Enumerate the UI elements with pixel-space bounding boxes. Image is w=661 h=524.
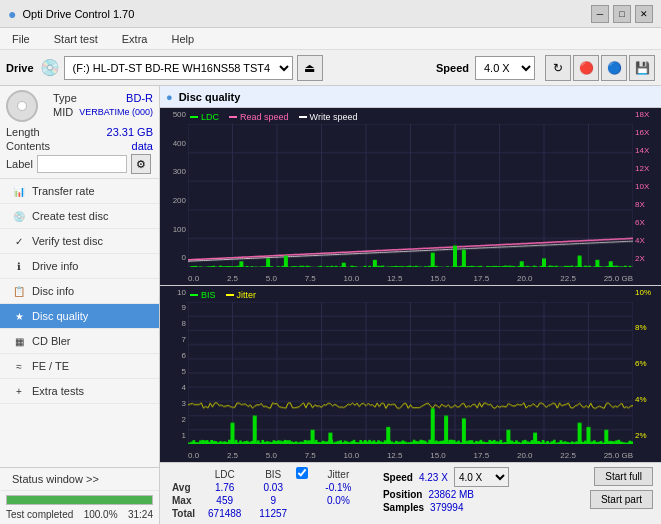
nav-drive-info[interactable]: ℹ Drive info [0, 254, 159, 279]
x2-0: 0.0 [188, 451, 199, 460]
label-button[interactable]: ⚙ [131, 154, 151, 174]
chart1-canvas [188, 124, 633, 267]
legend-ldc: LDC [190, 112, 219, 122]
y1-200: 200 [173, 196, 186, 205]
chart2-canvas [188, 302, 633, 445]
disc-type-row: Type BD-R [53, 92, 153, 104]
nav-transfer-rate[interactable]: 📊 Transfer rate [0, 179, 159, 204]
nav-verify-test-disc[interactable]: ✓ Verify test disc [0, 229, 159, 254]
start-full-button[interactable]: Start full [594, 467, 653, 486]
titlebar-left: ● Opti Drive Control 1.70 [8, 6, 134, 22]
disc-header: Type BD-R MID VERBATIMe (000) [6, 90, 153, 122]
position-label: Position [383, 489, 422, 500]
status-bottom: Test completed 100.0% 31:24 [0, 507, 159, 524]
maximize-button[interactable]: □ [613, 5, 631, 23]
yr1-6x: 6X [635, 218, 645, 227]
nav-fe-te-label: FE / TE [32, 360, 69, 372]
legend-bis-label: BIS [201, 290, 216, 300]
menu-file[interactable]: File [4, 31, 38, 47]
charts-container: LDC Read speed Write speed 500 400 30 [160, 108, 661, 462]
y2-7: 7 [182, 335, 186, 344]
status-window-button[interactable]: Status window >> [0, 468, 159, 491]
jitter-max: 0.0% [314, 494, 363, 507]
drive-select-container: 💿 (F:) HL-DT-ST BD-RE WH16NS58 TST4 ⏏ [40, 55, 430, 81]
stats-table: LDC BIS Jitter Avg 1.76 [168, 467, 363, 520]
settings-button1[interactable]: 🔴 [573, 55, 599, 81]
y2-4: 4 [182, 383, 186, 392]
status-progress-text: 100.0% [84, 509, 118, 520]
label-label: Label [6, 158, 33, 170]
save-button[interactable]: 💾 [629, 55, 655, 81]
titlebar: ● Opti Drive Control 1.70 ─ □ ✕ [0, 0, 661, 28]
x2-10: 10.0 [344, 451, 360, 460]
jitter-checkbox[interactable] [296, 467, 308, 479]
cd-bler-icon: ▦ [12, 334, 26, 348]
x1-7.5: 7.5 [305, 274, 316, 283]
left-panel: Type BD-R MID VERBATIMe (000) Length 23.… [0, 86, 160, 524]
nav-disc-info[interactable]: 📋 Disc info [0, 279, 159, 304]
settings-button2[interactable]: 🔵 [601, 55, 627, 81]
toolbar-icons: ↻ 🔴 🔵 💾 [545, 55, 655, 81]
bis-header: BIS [250, 467, 296, 481]
legend-read-speed: Read speed [229, 112, 289, 122]
nav-drive-info-label: Drive info [32, 260, 78, 272]
avg-row: Avg 1.76 0.03 -0.1% [168, 481, 363, 494]
samples-row: Samples 379994 [383, 502, 578, 513]
speed-label: Speed [436, 62, 469, 74]
legend-jitter-label: Jitter [237, 290, 257, 300]
chart2-legend: BIS Jitter [190, 290, 256, 300]
x1-22.5: 22.5 [560, 274, 576, 283]
drive-select[interactable]: (F:) HL-DT-ST BD-RE WH16NS58 TST4 [64, 56, 293, 80]
nav-disc-quality[interactable]: ★ Disc quality [0, 304, 159, 329]
close-button[interactable]: ✕ [635, 5, 653, 23]
speed-select[interactable]: 1.0 X 2.0 X 4.0 X 6.0 X 8.0 X [475, 56, 535, 80]
contents-value: data [132, 140, 153, 152]
charts-header: ● Disc quality [160, 86, 661, 108]
total-label: Total [168, 507, 199, 520]
total-row: Total 671488 11257 [168, 507, 363, 520]
nav-create-test-disc[interactable]: 💿 Create test disc [0, 204, 159, 229]
nav-extra-tests-label: Extra tests [32, 385, 84, 397]
x2-5: 5.0 [266, 451, 277, 460]
yr2-4: 4% [635, 395, 647, 404]
nav-extra-tests[interactable]: + Extra tests [0, 379, 159, 404]
chart2-y-axis-right: 10% 8% 6% 4% 2% [633, 286, 661, 443]
charts-icon: ● [166, 91, 173, 103]
nav-disc-quality-label: Disc quality [32, 310, 88, 322]
bottom-right: Start full Start part [590, 467, 653, 509]
max-row: Max 459 9 0.0% [168, 494, 363, 507]
menu-extra[interactable]: Extra [114, 31, 156, 47]
contents-label: Contents [6, 140, 50, 152]
ldc-header: LDC [199, 467, 250, 481]
x1-25: 25.0 GB [604, 274, 633, 283]
refresh-button[interactable]: ↻ [545, 55, 571, 81]
menu-starttest[interactable]: Start test [46, 31, 106, 47]
yr1-12x: 12X [635, 164, 649, 173]
nav-create-test-disc-label: Create test disc [32, 210, 108, 222]
samples-value: 379994 [430, 502, 463, 513]
x1-15: 15.0 [430, 274, 446, 283]
nav-fe-te[interactable]: ≈ FE / TE [0, 354, 159, 379]
toolbar: Drive 💿 (F:) HL-DT-ST BD-RE WH16NS58 TST… [0, 50, 661, 86]
start-part-button[interactable]: Start part [590, 490, 653, 509]
type-label: Type [53, 92, 77, 104]
label-input[interactable] [37, 155, 127, 173]
status-progress-bar [6, 495, 153, 505]
minimize-button[interactable]: ─ [591, 5, 609, 23]
x2-17.5: 17.5 [474, 451, 490, 460]
menu-help[interactable]: Help [163, 31, 202, 47]
x1-0: 0.0 [188, 274, 199, 283]
jitter-total [314, 507, 363, 520]
speed-stat-select[interactable]: 1.0 X 2.0 X 4.0 X [454, 467, 509, 487]
status-section: Status window >> Test completed 100.0% 3… [0, 467, 159, 524]
nav-cd-bler[interactable]: ▦ CD Bler [0, 329, 159, 354]
legend-ldc-label: LDC [201, 112, 219, 122]
chart1: LDC Read speed Write speed 500 400 30 [160, 108, 661, 286]
ldc-total: 671488 [199, 507, 250, 520]
x2-22.5: 22.5 [560, 451, 576, 460]
transfer-rate-icon: 📊 [12, 184, 26, 198]
x2-15: 15.0 [430, 451, 446, 460]
speed-stat-value: 4.23 X [419, 472, 448, 483]
ldc-max: 459 [199, 494, 250, 507]
eject-button[interactable]: ⏏ [297, 55, 323, 81]
